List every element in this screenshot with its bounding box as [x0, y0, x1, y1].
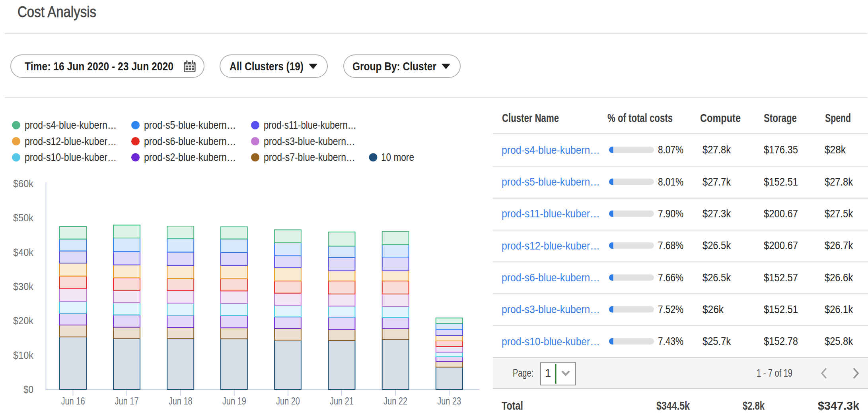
svg-text:$0: $0	[23, 383, 33, 395]
svg-text:7.68%: 7.68%	[658, 240, 683, 252]
svg-text:8.07%: 8.07%	[658, 144, 683, 156]
svg-text:$200.67: $200.67	[764, 208, 798, 220]
svg-text:$30k: $30k	[13, 281, 34, 292]
svg-text:prod-s4-blue-kubern…: prod-s4-blue-kubern…	[502, 144, 600, 156]
svg-text:prod-s7-blue-kubern…: prod-s7-blue-kubern…	[264, 151, 355, 163]
svg-text:8.01%: 8.01%	[658, 176, 683, 188]
svg-text:Jun 19: Jun 19	[222, 395, 246, 407]
svg-text:prod-s3-blue-kubern…: prod-s3-blue-kubern…	[502, 303, 600, 315]
svg-text:prod-s12-blue-kuber…: prod-s12-blue-kuber…	[25, 135, 117, 147]
svg-text:$152.51: $152.51	[764, 304, 798, 315]
svg-text:$26.5k: $26.5k	[703, 272, 731, 284]
svg-text:10 more: 10 more	[381, 151, 414, 163]
svg-text:Spend: Spend	[825, 111, 851, 124]
svg-text:prod-s5-blue-kubern…: prod-s5-blue-kubern…	[144, 119, 236, 131]
svg-text:Jun 18: Jun 18	[169, 395, 193, 407]
svg-text:prod-s6-blue-kubern…: prod-s6-blue-kubern…	[144, 135, 236, 147]
svg-text:$26k: $26k	[703, 304, 724, 315]
svg-text:$25.7k: $25.7k	[703, 335, 731, 347]
svg-text:$152.78: $152.78	[764, 335, 798, 347]
svg-text:Jun 23: Jun 23	[437, 395, 461, 407]
svg-text:Jun 17: Jun 17	[115, 395, 139, 407]
svg-text:$10k: $10k	[13, 349, 34, 361]
svg-text:Storage: Storage	[764, 111, 797, 124]
svg-text:prod-s10-blue-kuber…: prod-s10-blue-kuber…	[25, 151, 117, 163]
svg-text:$347.3k: $347.3k	[818, 399, 859, 412]
svg-text:$26.6k: $26.6k	[825, 272, 853, 284]
svg-text:prod-s6-blue-kubern…: prod-s6-blue-kubern…	[502, 271, 600, 284]
svg-text:$26.1k: $26.1k	[825, 304, 853, 315]
svg-text:7.43%: 7.43%	[658, 335, 683, 347]
svg-text:$28k: $28k	[825, 144, 846, 156]
svg-text:prod-s2-blue-kubern…: prod-s2-blue-kubern…	[144, 151, 236, 163]
svg-text:$2.8k: $2.8k	[743, 399, 765, 412]
svg-text:$27.3k: $27.3k	[703, 208, 731, 220]
svg-text:$27.8k: $27.8k	[825, 176, 853, 188]
svg-text:$152.57: $152.57	[764, 272, 798, 284]
svg-text:$200.67: $200.67	[764, 240, 798, 252]
svg-text:$60k: $60k	[13, 178, 34, 190]
svg-text:7.52%: 7.52%	[658, 304, 683, 315]
svg-text:Jun 21: Jun 21	[330, 395, 354, 407]
svg-text:$50k: $50k	[13, 212, 34, 224]
svg-text:$20k: $20k	[13, 315, 34, 327]
svg-text:% of total costs: % of total costs	[607, 111, 673, 124]
svg-text:Page:: Page:	[513, 367, 533, 379]
svg-text:Total: Total	[502, 399, 523, 412]
svg-text:Cluster Name: Cluster Name	[502, 111, 559, 124]
svg-text:prod-s4-blue-kubern…: prod-s4-blue-kubern…	[25, 119, 117, 131]
svg-text:Jun 22: Jun 22	[383, 395, 407, 407]
svg-text:Jun 16: Jun 16	[61, 395, 85, 407]
svg-text:Group By: Cluster: Group By: Cluster	[352, 60, 436, 73]
svg-text:$27.5k: $27.5k	[825, 208, 853, 220]
svg-text:$27.8k: $27.8k	[703, 144, 731, 156]
svg-text:Time: 16 Jun 2020 - 23 Jun 202: Time: 16 Jun 2020 - 23 Jun 2020	[25, 60, 173, 73]
svg-text:prod-s11-blue-kuber…: prod-s11-blue-kuber…	[502, 207, 600, 220]
svg-text:Jun 20: Jun 20	[276, 395, 300, 407]
svg-text:$26.7k: $26.7k	[825, 240, 853, 252]
svg-text:Compute: Compute	[700, 111, 741, 124]
svg-text:prod-s12-blue-kuber…: prod-s12-blue-kuber…	[502, 240, 600, 252]
svg-text:7.66%: 7.66%	[658, 272, 683, 284]
svg-text:$40k: $40k	[13, 246, 34, 258]
svg-text:All Clusters (19): All Clusters (19)	[230, 60, 304, 73]
svg-text:prod-s11-blue-kubern…: prod-s11-blue-kubern…	[264, 119, 356, 131]
svg-text:$176.35: $176.35	[764, 144, 798, 156]
svg-text:prod-s10-blue-kuber…: prod-s10-blue-kuber…	[502, 335, 600, 348]
svg-text:prod-s3-blue-kubern…: prod-s3-blue-kubern…	[264, 135, 355, 147]
svg-text:1: 1	[545, 367, 551, 379]
svg-text:$152.51: $152.51	[764, 176, 798, 188]
svg-text:$344.5k: $344.5k	[656, 399, 690, 412]
svg-text:prod-s5-blue-kubern…: prod-s5-blue-kubern…	[502, 176, 600, 188]
svg-text:$25.8k: $25.8k	[825, 335, 853, 347]
svg-text:$27.7k: $27.7k	[703, 176, 731, 188]
svg-text:7.90%: 7.90%	[658, 208, 683, 220]
svg-text:$26.5k: $26.5k	[703, 240, 731, 252]
svg-text:1 - 7 of 19: 1 - 7 of 19	[757, 367, 792, 379]
svg-text:Cost Analysis: Cost Analysis	[18, 4, 96, 20]
